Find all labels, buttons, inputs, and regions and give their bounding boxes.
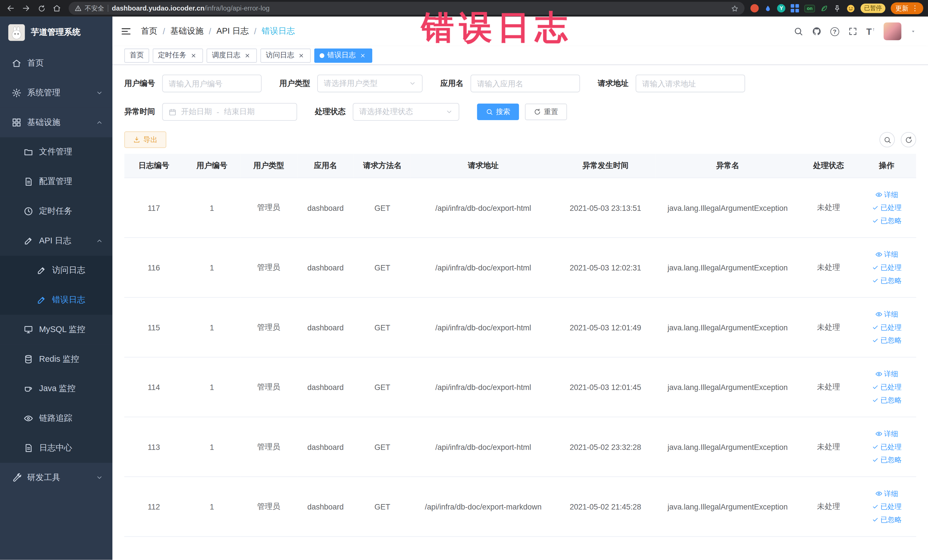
processed-link[interactable]: 已处理 <box>872 441 902 452</box>
tag-job-log[interactable]: 调度日志 <box>206 48 257 63</box>
grid-extension-icon[interactable] <box>791 4 799 12</box>
close-icon[interactable] <box>297 51 305 60</box>
sidebar-item-system[interactable]: 系统管理 <box>0 78 112 108</box>
update-button[interactable]: 更新⋮ <box>891 2 923 14</box>
tag-label: 访问日志 <box>266 50 294 60</box>
search-button[interactable]: 搜索 <box>477 104 519 120</box>
processed-link[interactable]: 已处理 <box>872 381 902 392</box>
smiley-extension-icon[interactable] <box>846 4 855 12</box>
close-icon[interactable] <box>189 51 198 60</box>
close-icon[interactable] <box>243 51 252 60</box>
ignored-link[interactable]: 已忽略 <box>872 514 902 525</box>
leaf-extension-icon[interactable] <box>820 5 828 12</box>
download-icon <box>133 136 140 143</box>
tag-home[interactable]: 首页 <box>124 48 149 63</box>
range-separator: - <box>217 108 219 116</box>
tag-error-log[interactable]: 错误日志 <box>314 48 372 63</box>
browser-menu-icon[interactable]: ⋮ <box>911 5 919 11</box>
reset-button[interactable]: 重置 <box>525 104 567 120</box>
github-icon[interactable] <box>812 26 821 36</box>
processed-link[interactable]: 已处理 <box>872 322 902 333</box>
sidebar-item-mysql[interactable]: MySQL 监控 <box>0 315 112 345</box>
avatar[interactable] <box>884 23 901 40</box>
user-id-input[interactable] <box>162 75 262 92</box>
search-icon[interactable] <box>794 26 803 36</box>
export-button[interactable]: 导出 <box>124 131 166 148</box>
breadcrumb-item[interactable]: API 日志 <box>217 26 249 37</box>
breadcrumb-item[interactable]: 首页 <box>141 26 157 37</box>
ignored-link[interactable]: 已忽略 <box>872 395 902 406</box>
help-icon[interactable]: ? <box>830 27 839 36</box>
red-circle-extension-icon[interactable] <box>751 4 759 12</box>
processed-link[interactable]: 已处理 <box>872 262 902 273</box>
security-status[interactable]: 不安全 <box>75 4 104 12</box>
sidebar-item-access-log[interactable]: 访问日志 <box>0 256 112 285</box>
cell-user-type: 管理员 <box>240 417 297 477</box>
sidebar-item-job[interactable]: 定时任务 <box>0 197 112 226</box>
breadcrumb-separator: / <box>254 26 256 36</box>
cell-exception-name: java.lang.IllegalArgumentException <box>655 297 800 357</box>
fullscreen-icon[interactable] <box>848 26 858 36</box>
home-icon <box>12 58 21 68</box>
detail-link[interactable]: 详细 <box>875 249 898 260</box>
ignored-link[interactable]: 已忽略 <box>872 215 902 226</box>
bookmark-star-icon[interactable] <box>731 5 739 12</box>
cell-user-id: 1 <box>183 357 240 417</box>
sidebar-item-error-log[interactable]: 错误日志 <box>0 285 112 315</box>
status-select[interactable]: 请选择处理状态 <box>353 103 459 121</box>
toggle-search-button[interactable] <box>879 132 895 148</box>
cell-actions: 详细 已处理 已忽略 <box>857 357 916 417</box>
water-drop-extension-icon[interactable] <box>764 5 772 12</box>
eye-icon <box>24 414 33 423</box>
reload-icon[interactable] <box>35 2 47 14</box>
browser-nav-buttons <box>5 2 63 14</box>
detail-link[interactable]: 详细 <box>875 309 898 320</box>
back-icon[interactable] <box>5 2 17 14</box>
cell-method: GET <box>354 297 411 357</box>
app-logo[interactable]: 芋道管理系统 <box>0 17 112 49</box>
home-icon[interactable] <box>51 2 63 14</box>
ignored-link[interactable]: 已忽略 <box>872 335 902 346</box>
detail-link[interactable]: 详细 <box>875 488 898 499</box>
detail-link[interactable]: 详细 <box>875 368 898 379</box>
check-icon <box>872 264 879 271</box>
on-badge-extension-icon[interactable]: on <box>804 5 815 12</box>
tag-access-log[interactable]: 访问日志 <box>261 48 311 63</box>
forward-icon[interactable] <box>20 2 32 14</box>
ignored-link[interactable]: 已忽略 <box>872 275 902 286</box>
processed-link[interactable]: 已处理 <box>872 501 902 512</box>
y-badge-extension-icon[interactable]: Y <box>777 4 785 12</box>
sidebar-item-api-log[interactable]: API 日志 <box>0 226 112 256</box>
sidebar-item-tracer[interactable]: 链路追踪 <box>0 404 112 433</box>
sidebar-item-home[interactable]: 首页 <box>0 49 112 78</box>
wrench-icon <box>12 473 21 482</box>
sidebar-item-infra[interactable]: 基础设施 <box>0 108 112 137</box>
ignored-link[interactable]: 已忽略 <box>872 454 902 465</box>
close-icon[interactable] <box>359 51 367 60</box>
breadcrumb-item[interactable]: 基础设施 <box>170 26 203 37</box>
processed-link[interactable]: 已处理 <box>872 202 902 213</box>
font-size-icon[interactable]: T↑ <box>866 27 875 36</box>
sidebar-item-file[interactable]: 文件管理 <box>0 137 112 167</box>
cell-request-url: /api/infra/db-doc/export-html <box>411 297 556 357</box>
date-range-picker[interactable]: 开始日期 - 结束日期 <box>162 103 297 121</box>
sidebar-item-label: API 日志 <box>39 236 71 246</box>
edit-icon <box>24 236 33 246</box>
app-name-input[interactable] <box>470 75 580 92</box>
sidebar-item-dev-tools[interactable]: 研发工具 <box>0 463 112 492</box>
detail-link[interactable]: 详细 <box>875 189 898 200</box>
avatar-caret-icon[interactable] <box>910 29 916 35</box>
cell-exception-time: 2021-05-03 12:02:31 <box>556 238 655 298</box>
tag-job[interactable]: 定时任务 <box>153 48 203 63</box>
sidebar-item-java[interactable]: Java 监控 <box>0 374 112 404</box>
sidebar-item-config[interactable]: 配置管理 <box>0 167 112 197</box>
request-url-input[interactable] <box>636 75 745 92</box>
pin-extension-icon[interactable] <box>833 5 841 12</box>
address-bar[interactable]: 不安全 dashboard.yudao.iocoder.cn/infra/log… <box>69 2 745 15</box>
refresh-table-button[interactable] <box>901 132 916 148</box>
sidebar-item-redis[interactable]: Redis 监控 <box>0 344 112 374</box>
user-type-select[interactable]: 请选择用户类型 <box>317 75 423 92</box>
detail-link[interactable]: 详细 <box>875 428 898 439</box>
sidebar-item-log-center[interactable]: 日志中心 <box>0 433 112 463</box>
collapse-sidebar-icon[interactable] <box>121 26 131 37</box>
